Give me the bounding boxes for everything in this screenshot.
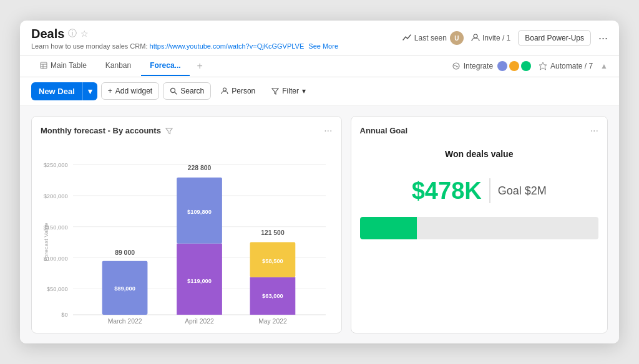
person-button[interactable]: Person	[215, 83, 261, 99]
svg-text:$58,500: $58,500	[262, 258, 283, 264]
svg-point-0	[474, 34, 477, 38]
toolbar: New Deal ▾ + Add widget Search Person Fi…	[20, 77, 619, 106]
svg-text:March 2022: March 2022	[108, 318, 142, 325]
tab-forecast[interactable]: Foreca...	[141, 56, 189, 76]
goal-value-row: $478K Goal $2M	[360, 178, 599, 204]
person-icon	[471, 34, 480, 42]
filter-button[interactable]: Filter ▾	[265, 83, 312, 99]
svg-text:228 800: 228 800	[188, 165, 212, 171]
filter-icon	[271, 87, 279, 95]
svg-text:$200,000: $200,000	[44, 193, 68, 199]
svg-text:$119,000: $119,000	[187, 278, 212, 284]
chart-card: Monthly forecast - By accounts ··· $250,…	[31, 116, 342, 333]
goal-card-title: Annual Goal	[360, 126, 408, 135]
tab-forecast-label: Foreca...	[150, 61, 180, 70]
filter-dropdown-icon: ▾	[302, 87, 306, 95]
new-deal-label: New Deal	[31, 82, 82, 100]
goal-card: Annual Goal ··· Won deals value $478K Go…	[351, 116, 608, 333]
integrate-button[interactable]: Integrate	[452, 61, 531, 71]
search-icon	[170, 87, 177, 95]
new-deal-button[interactable]: New Deal ▾	[31, 82, 97, 100]
tab-kanban[interactable]: Kanban	[97, 56, 140, 76]
svg-text:$0: $0	[61, 312, 67, 318]
header-right: Last seen U Invite / 1 Board Power-Ups ·…	[402, 30, 608, 46]
chart-more-button[interactable]: ···	[324, 125, 332, 136]
goal-card-header: Annual Goal ···	[360, 125, 599, 136]
svg-line-7	[175, 92, 177, 95]
header-left: Deals ⓘ ☆ Learn how to use monday sales …	[31, 27, 338, 50]
tab-add-button[interactable]: +	[191, 55, 209, 77]
header-subtitle: Learn how to use monday sales CRM: https…	[31, 42, 338, 50]
table-icon	[40, 62, 47, 69]
svg-point-8	[223, 88, 227, 91]
svg-rect-1	[41, 62, 47, 69]
subtitle-link[interactable]: https://www.youtube.com/watch?v=QjKcGGVP…	[150, 42, 305, 50]
last-seen: Last seen U	[402, 31, 464, 45]
main-window: Deals ⓘ ☆ Learn how to use monday sales …	[20, 21, 619, 343]
tab-kanban-label: Kanban	[105, 61, 131, 70]
integrate-icon	[452, 62, 461, 70]
tabs-left: Main Table Kanban Foreca... +	[31, 55, 209, 77]
automate-button[interactable]: Automate / 7	[539, 62, 593, 70]
progress-bar-background	[360, 217, 599, 239]
progress-bar-fill	[360, 217, 417, 239]
tab-main-table-label: Main Table	[51, 61, 87, 70]
svg-text:May 2022: May 2022	[258, 318, 287, 325]
main-content: Monthly forecast - By accounts ··· $250,…	[20, 106, 619, 343]
goal-more-button[interactable]: ···	[590, 125, 598, 136]
bar-chart: $250,000 $200,000 $150,000 $100,000 $50,…	[41, 143, 333, 342]
svg-text:$63,000: $63,000	[262, 293, 283, 299]
goal-target: Goal $2M	[498, 184, 547, 198]
tab-main-table[interactable]: Main Table	[31, 56, 95, 76]
chart-title: Monthly forecast - By accounts	[41, 126, 173, 135]
integrate-icons	[497, 61, 531, 71]
svg-text:89 000: 89 000	[115, 249, 135, 256]
invite-button[interactable]: Invite / 1	[471, 34, 510, 42]
new-deal-dropdown-arrow[interactable]: ▾	[82, 82, 97, 100]
goal-value: $478K	[412, 178, 482, 204]
chart-card-header: Monthly forecast - By accounts ···	[41, 125, 333, 136]
board-powerups-button[interactable]: Board Power-Ups	[518, 30, 591, 46]
person-filter-icon	[221, 87, 228, 95]
automate-icon	[539, 62, 547, 70]
svg-text:Forecast Value: Forecast Value	[43, 223, 49, 261]
svg-text:April 2022: April 2022	[185, 318, 214, 325]
search-button[interactable]: Search	[163, 82, 211, 100]
tabs-right: Integrate Automate / 7 ▲	[452, 61, 608, 71]
trend-icon	[402, 34, 411, 42]
svg-text:$109,800: $109,800	[187, 209, 212, 215]
svg-text:$89,000: $89,000	[114, 285, 135, 292]
info-icon[interactable]: ⓘ	[68, 28, 77, 39]
svg-text:121 500: 121 500	[261, 229, 285, 236]
header: Deals ⓘ ☆ Learn how to use monday sales …	[20, 21, 619, 55]
goal-divider	[489, 178, 490, 203]
filter-chart-icon[interactable]	[165, 127, 173, 135]
tabs-row: Main Table Kanban Foreca... + Integrate	[20, 55, 619, 77]
svg-text:$50,000: $50,000	[47, 286, 68, 292]
see-more-link[interactable]: See More	[308, 42, 338, 50]
plus-icon: +	[108, 87, 112, 95]
collapse-button[interactable]: ▲	[600, 62, 608, 70]
goal-chart-title: Won deals value	[360, 149, 599, 159]
page-title: Deals	[31, 27, 64, 41]
header-more-button[interactable]: ···	[598, 32, 608, 45]
avatar: U	[450, 31, 464, 45]
svg-text:$250,000: $250,000	[44, 162, 68, 168]
title-row: Deals ⓘ ☆	[31, 27, 338, 41]
star-icon[interactable]: ☆	[80, 29, 89, 39]
add-widget-button[interactable]: + Add widget	[101, 82, 159, 100]
